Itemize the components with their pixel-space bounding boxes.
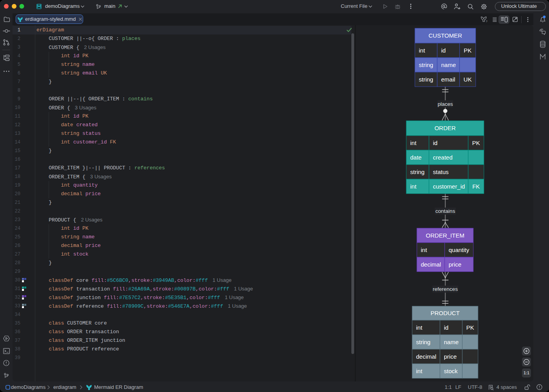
svg-text:customer_id: customer_id <box>433 183 465 190</box>
svg-text:PK: PK <box>472 140 480 146</box>
svg-text:UK: UK <box>464 76 472 83</box>
svg-text:stock: stock <box>444 368 458 374</box>
svg-text:int: int <box>410 140 417 146</box>
svg-text:references: references <box>433 286 458 292</box>
svg-text:name: name <box>441 62 456 68</box>
svg-text:string: string <box>419 76 433 83</box>
svg-text:string: string <box>410 169 425 175</box>
svg-text:PK: PK <box>464 47 471 54</box>
svg-text:decimal: decimal <box>421 261 441 268</box>
svg-text:string: string <box>416 339 431 345</box>
svg-text:FK: FK <box>472 183 480 190</box>
svg-text:int: int <box>410 183 417 190</box>
svg-text:int: int <box>421 247 427 253</box>
svg-text:quantity: quantity <box>449 247 469 253</box>
svg-text:name: name <box>444 339 459 345</box>
svg-text:PRODUCT: PRODUCT <box>431 310 460 316</box>
svg-text:date: date <box>410 154 422 161</box>
svg-text:email: email <box>441 76 455 83</box>
svg-text:PK: PK <box>466 324 474 331</box>
svg-text:contains: contains <box>435 208 455 214</box>
svg-text:ORDER_ITEM: ORDER_ITEM <box>426 232 464 239</box>
svg-text:int: int <box>419 47 425 54</box>
svg-text:price: price <box>444 353 457 360</box>
svg-text:created: created <box>433 154 453 161</box>
svg-text:decimal: decimal <box>416 353 436 360</box>
svg-text:string: string <box>419 62 433 68</box>
svg-text:id: id <box>441 47 446 54</box>
svg-text:id: id <box>433 140 438 146</box>
svg-text:?: ? <box>486 20 488 23</box>
svg-text:int: int <box>416 368 423 374</box>
svg-text:id: id <box>444 324 449 331</box>
svg-text:status: status <box>433 169 449 175</box>
svg-text:price: price <box>449 261 462 268</box>
svg-text:CUSTOMER: CUSTOMER <box>429 32 462 39</box>
svg-text:ORDER: ORDER <box>434 125 456 131</box>
svg-text:int: int <box>416 324 423 331</box>
svg-text:places: places <box>438 101 453 107</box>
